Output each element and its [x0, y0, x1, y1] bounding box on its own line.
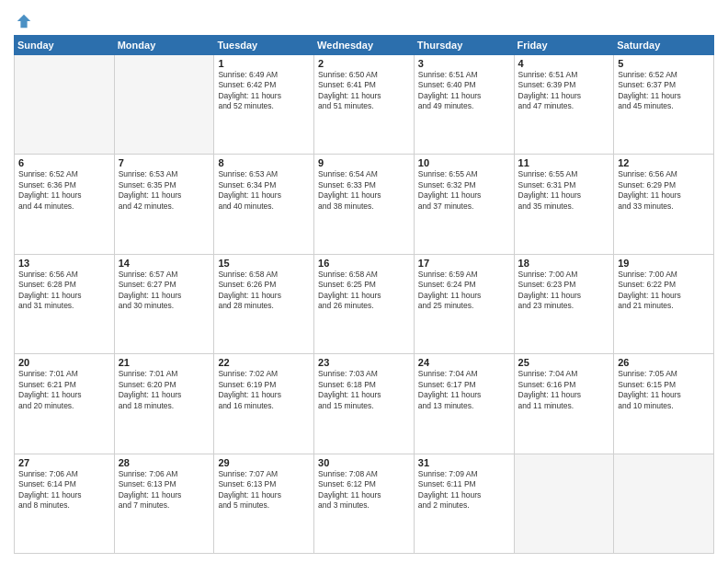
cell-detail: Sunset: 6:37 PM: [618, 80, 710, 90]
calendar-cell: [614, 454, 714, 553]
cell-detail: Daylight: 11 hours: [418, 291, 510, 301]
day-number: 9: [318, 157, 410, 168]
cell-detail: Sunrise: 6:52 AM: [618, 70, 710, 80]
cell-detail: Sunrise: 6:50 AM: [318, 70, 410, 80]
cell-detail: and 45 minutes.: [618, 101, 710, 111]
cell-detail: and 3 minutes.: [318, 500, 410, 511]
cell-detail: and 7 minutes.: [119, 500, 210, 511]
cell-detail: Sunrise: 7:00 AM: [518, 270, 610, 280]
cell-detail: Daylight: 11 hours: [18, 291, 110, 301]
cell-detail: and 44 minutes.: [18, 201, 110, 212]
calendar-cell: 12Sunrise: 6:56 AMSunset: 6:29 PMDayligh…: [614, 155, 714, 254]
cell-detail: Sunset: 6:35 PM: [119, 180, 210, 190]
week-row-1: 1Sunrise: 6:49 AMSunset: 6:42 PMDaylight…: [15, 55, 714, 155]
cell-detail: and 28 minutes.: [218, 301, 310, 311]
cell-detail: Daylight: 11 hours: [119, 291, 210, 301]
calendar-cell: 27Sunrise: 7:06 AMSunset: 6:14 PMDayligh…: [15, 454, 115, 553]
col-header-saturday: Saturday: [614, 36, 714, 55]
cell-detail: Sunset: 6:29 PM: [618, 180, 710, 190]
cell-detail: Sunrise: 6:58 AM: [318, 270, 410, 280]
calendar-cell: 11Sunrise: 6:55 AMSunset: 6:31 PMDayligh…: [514, 155, 614, 254]
cell-detail: Sunset: 6:32 PM: [418, 180, 510, 190]
calendar-cell: 29Sunrise: 7:07 AMSunset: 6:13 PMDayligh…: [214, 454, 314, 553]
cell-detail: Sunset: 6:39 PM: [518, 80, 610, 90]
calendar-cell: [114, 55, 214, 155]
cell-detail: Sunrise: 7:04 AM: [518, 369, 610, 379]
cell-detail: Sunrise: 7:02 AM: [218, 369, 310, 379]
day-number: 20: [18, 357, 110, 368]
calendar-cell: 25Sunrise: 7:04 AMSunset: 6:16 PMDayligh…: [514, 354, 614, 454]
cell-detail: and 13 minutes.: [418, 401, 510, 411]
cell-detail: Sunset: 6:14 PM: [18, 479, 110, 489]
day-number: 23: [318, 357, 410, 368]
calendar-cell: 15Sunrise: 6:58 AMSunset: 6:26 PMDayligh…: [214, 254, 314, 353]
cell-detail: Daylight: 11 hours: [318, 190, 410, 201]
calendar-cell: 1Sunrise: 6:49 AMSunset: 6:42 PMDaylight…: [214, 55, 314, 155]
cell-detail: and 33 minutes.: [618, 201, 710, 212]
cell-detail: Sunrise: 7:06 AM: [18, 469, 110, 479]
cell-detail: and 31 minutes.: [18, 301, 110, 311]
week-row-2: 6Sunrise: 6:52 AMSunset: 6:36 PMDaylight…: [15, 155, 714, 254]
cell-detail: Daylight: 11 hours: [618, 390, 710, 400]
cell-detail: Sunrise: 6:53 AM: [218, 169, 310, 179]
cell-detail: Sunset: 6:20 PM: [119, 380, 210, 390]
cell-detail: Sunrise: 6:58 AM: [218, 270, 310, 280]
cell-detail: and 40 minutes.: [218, 201, 310, 212]
calendar-cell: 23Sunrise: 7:03 AMSunset: 6:18 PMDayligh…: [314, 354, 415, 454]
calendar-cell: 6Sunrise: 6:52 AMSunset: 6:36 PMDaylight…: [15, 155, 115, 254]
cell-detail: Sunrise: 7:01 AM: [18, 369, 110, 379]
cell-detail: and 47 minutes.: [518, 101, 610, 111]
cell-detail: and 38 minutes.: [318, 201, 410, 212]
cell-detail: Daylight: 11 hours: [318, 390, 410, 400]
cell-detail: Sunset: 6:42 PM: [218, 80, 310, 90]
col-header-sunday: Sunday: [15, 36, 115, 55]
cell-detail: Sunset: 6:28 PM: [18, 280, 110, 290]
cell-detail: Sunset: 6:41 PM: [318, 80, 410, 90]
cell-detail: Daylight: 11 hours: [418, 190, 510, 201]
cell-detail: Sunrise: 6:59 AM: [418, 270, 510, 280]
cell-detail: Sunrise: 7:04 AM: [418, 369, 510, 379]
day-number: 12: [618, 157, 710, 168]
cell-detail: Sunset: 6:21 PM: [18, 380, 110, 390]
cell-detail: Daylight: 11 hours: [418, 390, 510, 400]
cell-detail: Sunset: 6:13 PM: [119, 479, 210, 489]
day-number: 4: [518, 58, 610, 69]
cell-detail: Daylight: 11 hours: [119, 390, 210, 400]
day-number: 25: [518, 357, 610, 368]
calendar-cell: 21Sunrise: 7:01 AMSunset: 6:20 PMDayligh…: [114, 354, 214, 454]
cell-detail: Sunrise: 6:57 AM: [119, 270, 210, 280]
day-number: 6: [18, 157, 110, 168]
cell-detail: Daylight: 11 hours: [518, 291, 610, 301]
cell-detail: Sunset: 6:18 PM: [318, 380, 410, 390]
cell-detail: Sunset: 6:25 PM: [318, 280, 410, 290]
cell-detail: Daylight: 11 hours: [318, 291, 410, 301]
page: SundayMondayTuesdayWednesdayThursdayFrid…: [0, 0, 728, 563]
week-row-3: 13Sunrise: 6:56 AMSunset: 6:28 PMDayligh…: [15, 254, 714, 353]
calendar-cell: 20Sunrise: 7:01 AMSunset: 6:21 PMDayligh…: [15, 354, 115, 454]
logo: [14, 13, 32, 29]
cell-detail: Sunset: 6:16 PM: [518, 380, 610, 390]
cell-detail: and 23 minutes.: [518, 301, 610, 311]
cell-detail: Sunrise: 6:56 AM: [618, 169, 710, 179]
cell-detail: Sunrise: 6:51 AM: [418, 70, 510, 80]
day-number: 26: [618, 357, 710, 368]
day-number: 16: [318, 258, 410, 269]
cell-detail: Daylight: 11 hours: [418, 490, 510, 500]
day-number: 2: [318, 58, 410, 69]
cell-detail: Sunset: 6:13 PM: [218, 479, 310, 489]
calendar-cell: 8Sunrise: 6:53 AMSunset: 6:34 PMDaylight…: [214, 155, 314, 254]
cell-detail: Daylight: 11 hours: [119, 490, 210, 500]
cell-detail: and 16 minutes.: [218, 401, 310, 411]
cell-detail: Daylight: 11 hours: [518, 390, 610, 400]
cell-detail: and 15 minutes.: [318, 401, 410, 411]
cell-detail: Daylight: 11 hours: [218, 490, 310, 500]
calendar-cell: 9Sunrise: 6:54 AMSunset: 6:33 PMDaylight…: [314, 155, 415, 254]
cell-detail: Sunset: 6:22 PM: [618, 280, 710, 290]
cell-detail: Sunset: 6:34 PM: [218, 180, 310, 190]
cell-detail: Sunrise: 7:06 AM: [119, 469, 210, 479]
calendar-cell: 28Sunrise: 7:06 AMSunset: 6:13 PMDayligh…: [114, 454, 214, 553]
cell-detail: Daylight: 11 hours: [18, 390, 110, 400]
calendar-cell: 22Sunrise: 7:02 AMSunset: 6:19 PMDayligh…: [214, 354, 314, 454]
cell-detail: Sunrise: 7:00 AM: [618, 270, 710, 280]
cell-detail: Sunset: 6:11 PM: [418, 479, 510, 489]
